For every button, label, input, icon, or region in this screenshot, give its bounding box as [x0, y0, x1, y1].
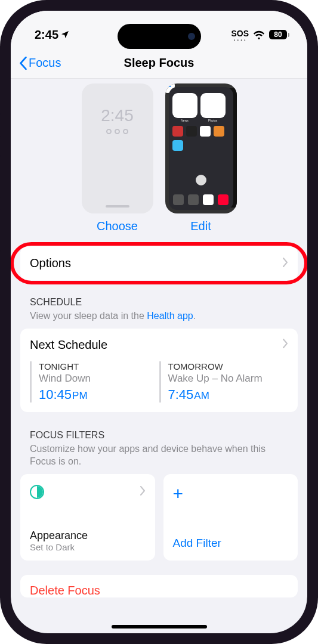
chevron-right-icon — [140, 486, 146, 498]
lock-screen-preview[interactable]: 2:45 — [82, 83, 153, 213]
chevron-right-icon — [282, 339, 288, 351]
home-screen-preview[interactable]: – News Photos — [165, 83, 237, 213]
next-schedule-card[interactable]: Next Schedule TONIGHT Wind Down 10:45PM … — [20, 329, 298, 412]
delete-focus-button[interactable]: Delete Focus — [20, 575, 298, 597]
page-title: Sleep Focus — [124, 56, 194, 70]
appearance-sub: Set to Dark — [30, 542, 146, 552]
add-filter-card[interactable]: + Add Filter — [163, 474, 298, 561]
schedule-header: SCHEDULE — [20, 297, 298, 308]
navigation-bar: Focus Sleep Focus — [11, 48, 307, 79]
next-schedule-title: Next Schedule — [30, 338, 107, 352]
appearance-title: Appearance — [30, 530, 146, 542]
focus-filters-header: FOCUS FILTERS — [20, 430, 298, 441]
schedule-subtext: View your sleep data in the Health app. — [20, 308, 298, 329]
health-app-link[interactable]: Health app — [147, 311, 193, 321]
options-label: Options — [30, 256, 71, 270]
back-label: Focus — [29, 56, 61, 70]
add-filter-label: Add Filter — [173, 537, 221, 550]
wifi-icon — [253, 30, 265, 39]
chevron-right-icon — [282, 256, 288, 270]
edit-button[interactable]: Edit — [190, 219, 211, 233]
dynamic-island — [118, 24, 201, 49]
battery-indicator: 80 — [269, 30, 289, 39]
choose-button[interactable]: Choose — [97, 219, 138, 233]
tonight-column: TONIGHT Wind Down 10:45PM — [30, 361, 152, 402]
plus-icon: + — [173, 485, 289, 503]
location-icon — [60, 30, 70, 39]
tomorrow-column: TOMORROW Wake Up – No Alarm 7:45AM — [159, 361, 282, 402]
options-row[interactable]: Options — [20, 246, 298, 280]
appearance-icon — [30, 485, 44, 499]
focus-filters-subtext: Customize how your apps and device behav… — [20, 441, 298, 474]
screen-previews: 2:45 Choose – News Photos — [20, 79, 298, 239]
status-time: 2:45 — [35, 28, 58, 42]
sos-indicator: SOS • • • • — [231, 28, 249, 41]
home-indicator[interactable] — [112, 625, 207, 628]
appearance-filter-card[interactable]: Appearance Set to Dark — [20, 474, 155, 561]
back-button[interactable]: Focus — [19, 56, 61, 70]
